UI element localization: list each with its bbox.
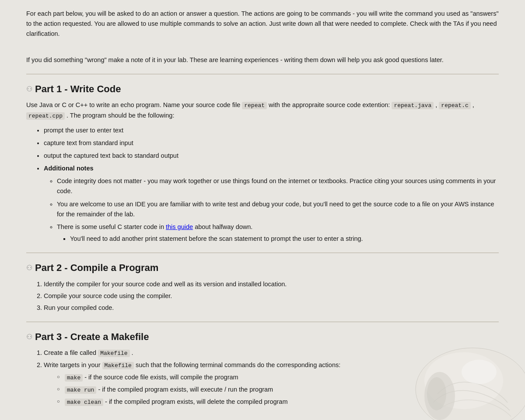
part1-header: ⚇ Part 1 - Write Code [26, 81, 499, 97]
part1-subnote-2: You are welcome to use an IDE you are fa… [57, 199, 499, 219]
part1-link-icon: ⚇ [26, 83, 32, 95]
part1-filename-code: repeat [242, 102, 267, 109]
part1-bullet-1: prompt the user to enter text [44, 125, 499, 135]
part3-link-icon: ⚇ [26, 331, 32, 343]
svg-point-3 [427, 377, 446, 410]
make-clean-code: make clean [65, 399, 103, 406]
part1-divider [26, 74, 499, 74]
part2-item-3: Run your compiled code. [44, 303, 499, 313]
part1-subnote-1: Code integrity does not matter - you may… [57, 176, 499, 196]
part3-heading: Part 3 - Create a Makefile [35, 329, 149, 344]
part1-bullet-2: capture text from standard input [44, 138, 499, 148]
intro-para1: For each part below, you will be asked t… [26, 9, 499, 39]
part3-divider [26, 322, 499, 322]
part1-bullet-list: prompt the user to enter text capture te… [44, 125, 499, 244]
makefile-code-1: Makefile [98, 350, 130, 357]
part2-item-1: Identify the compiler for your source co… [44, 279, 499, 289]
part2-header: ⚇ Part 2 - Compile a Program [26, 260, 499, 275]
part1-intro: Use Java or C or C++ to write an echo pr… [26, 100, 499, 121]
part1-subsubnote-1: You'll need to add another print stateme… [70, 234, 499, 244]
part2-list: Identify the compiler for your source co… [44, 279, 499, 313]
part1-bullet-4: Additional notes Code integrity does not… [44, 163, 499, 244]
part2-divider [26, 253, 499, 253]
ext2-code: repeat.c [439, 102, 470, 109]
part1-bullet-3: output the captured text back to standar… [44, 151, 499, 161]
part1-subsubnotes: You'll need to add another print stateme… [70, 234, 499, 244]
make-run-code: make run [65, 386, 96, 394]
guide-link[interactable]: this guide [166, 223, 193, 230]
svg-point-4 [462, 360, 497, 384]
makefile-code-2: Makefile [102, 362, 134, 369]
ext3-code: repeat.cpp [26, 112, 65, 120]
intro-para2: If you did something "wrong" make a note… [26, 55, 499, 65]
part1-heading: Part 1 - Write Code [35, 81, 121, 97]
part1-subnotes: Code integrity does not matter - you may… [57, 176, 499, 244]
part2-item-2: Compile your source code using the compi… [44, 291, 499, 301]
make-code: make [65, 374, 83, 382]
part1-subnote-3: There is some useful C starter code in t… [57, 222, 499, 244]
part2-heading: Part 2 - Compile a Program [35, 260, 158, 275]
ext1-code: repeat.java [392, 102, 434, 109]
decoration-shell [402, 333, 525, 420]
part2-link-icon: ⚇ [26, 262, 32, 274]
